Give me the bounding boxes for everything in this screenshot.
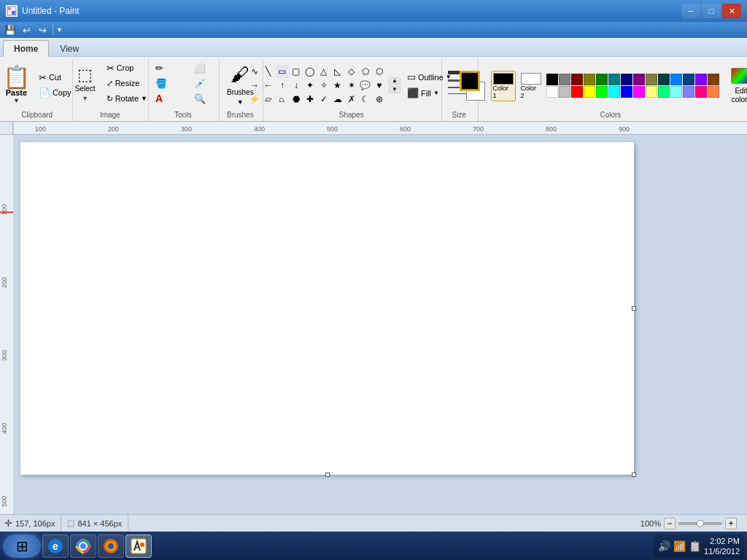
color-darkgreen[interactable] (596, 74, 608, 85)
color-red[interactable] (571, 86, 583, 98)
color-navy[interactable] (621, 74, 632, 85)
shape-arrow-up[interactable]: ↑ (276, 79, 289, 92)
shape-x[interactable]: ✗ (345, 93, 358, 106)
color-gray[interactable] (559, 74, 570, 85)
color-violet[interactable] (695, 74, 707, 85)
select-button[interactable]: ⬚ Select ▼ (69, 61, 101, 109)
color-periwinkle[interactable] (683, 86, 694, 98)
shape-octagon[interactable]: ⬣ (290, 93, 303, 106)
shape-star4[interactable]: ✧ (317, 79, 330, 92)
resize-handle-bottom-right[interactable] (632, 472, 636, 477)
resize-handle-bottom[interactable] (325, 472, 330, 477)
color-lightcyan[interactable] (670, 86, 682, 98)
shape-hexagon[interactable]: ⬡ (373, 65, 386, 78)
start-button[interactable]: ⊞ (3, 534, 41, 558)
color-hotpink[interactable] (695, 86, 707, 98)
color-darkred[interactable] (571, 74, 583, 85)
redo-button[interactable]: ↪ (35, 23, 50, 36)
color-lightgray[interactable] (559, 86, 570, 98)
canvas-scroll-area[interactable] (13, 135, 747, 514)
clock[interactable]: 2:02 PM 11/6/2012 (704, 536, 740, 557)
shape-star5[interactable]: ★ (331, 79, 344, 92)
paste-dropdown-arrow[interactable]: ▼ (13, 97, 20, 104)
color-darkcyan[interactable] (658, 74, 670, 85)
color2-button[interactable]: Color 2 (519, 71, 543, 101)
color-cyan[interactable] (608, 86, 620, 98)
shape-star6[interactable]: ✶ (345, 79, 358, 92)
tab-home[interactable]: Home (3, 40, 49, 57)
crop-button[interactable]: ✂ Crop (103, 61, 151, 75)
shape-arrow-left[interactable]: ← (262, 79, 275, 92)
drawing-canvas[interactable] (20, 142, 634, 475)
shapes-scroll-down[interactable]: ▼ (389, 86, 400, 93)
tab-view[interactable]: View (49, 40, 90, 56)
shape-diamond[interactable]: ◇ (345, 65, 358, 78)
color-white[interactable] (546, 86, 558, 98)
color-lime[interactable] (596, 86, 608, 98)
taskbar-firefox[interactable] (98, 534, 124, 558)
shape-heart[interactable]: ♥ (373, 79, 386, 92)
shape-crescent[interactable]: ☾ (359, 93, 372, 106)
shapes-scroll-up[interactable]: ▲ (389, 77, 400, 85)
shape-arrow-right[interactable]: → (248, 79, 261, 92)
zoom-slider[interactable] (678, 522, 722, 525)
resize-handle-right[interactable] (632, 306, 636, 311)
color-yellow[interactable] (584, 86, 595, 98)
color-olive[interactable] (584, 74, 595, 85)
color-springgreen[interactable] (658, 86, 670, 98)
color-teal[interactable] (608, 74, 620, 85)
minimize-button[interactable]: ─ (681, 4, 700, 18)
taskbar-ie[interactable]: e (42, 534, 69, 558)
cut-label: Cut (49, 73, 61, 82)
undo-button[interactable]: ↩ (19, 23, 34, 36)
shape-pentagon[interactable]: ⬠ (359, 65, 372, 78)
color-lightyellow[interactable] (646, 86, 657, 98)
shape-line[interactable]: ╲ (262, 65, 275, 78)
color-black[interactable] (546, 74, 558, 85)
color-orange[interactable] (708, 86, 719, 98)
color-purple[interactable] (633, 74, 645, 85)
network-icon[interactable]: 📶 (673, 540, 686, 552)
shape-triangle[interactable]: △ (317, 65, 330, 78)
save-button[interactable]: 💾 (3, 23, 18, 36)
shape-4arrow[interactable]: ✦ (303, 79, 317, 92)
text-button[interactable]: A (152, 91, 190, 106)
shape-right-triangle[interactable]: ◺ (331, 65, 344, 78)
shape-parallelogram[interactable]: ▱ (262, 93, 275, 106)
qa-dropdown-arrow[interactable]: ▼ (56, 26, 63, 34)
action-center-icon[interactable]: 📋 (689, 540, 701, 552)
shape-ellipse[interactable]: ◯ (303, 65, 317, 78)
color1-button[interactable]: Color 1 (491, 71, 516, 101)
volume-icon[interactable]: 🔊 (658, 540, 670, 552)
paste-button[interactable]: 📋 Paste ▼ (0, 64, 34, 106)
maximize-button[interactable]: □ (702, 4, 721, 18)
shape-lightning[interactable]: ⚡ (248, 93, 261, 106)
color-brown[interactable] (708, 74, 719, 85)
edit-colors-button[interactable]: Edit colors (722, 64, 747, 108)
rotate-button[interactable]: ↻ Rotate ▼ (103, 91, 151, 106)
color-darktan[interactable] (646, 74, 657, 85)
shape-freeform[interactable]: ∿ (248, 65, 261, 78)
shape-rounded-rect[interactable]: ▢ (290, 65, 303, 78)
shape-trapezoid[interactable]: ⏢ (276, 93, 289, 106)
pencil-button[interactable]: ✏ (152, 61, 190, 75)
color-azure[interactable] (670, 74, 682, 85)
shape-rectangle[interactable]: ▭ (276, 65, 289, 78)
shape-callout[interactable]: 💬 (359, 79, 372, 92)
shape-misc[interactable]: ⊛ (373, 93, 386, 106)
close-button[interactable]: ✕ (722, 4, 741, 18)
shape-check[interactable]: ✓ (317, 93, 330, 106)
taskbar-chrome[interactable] (70, 534, 96, 558)
color-magenta[interactable] (633, 86, 645, 98)
color-blue[interactable] (621, 86, 632, 98)
shape-arrow-down[interactable]: ↓ (290, 79, 303, 92)
shape-cloud[interactable]: ☁ (331, 93, 344, 106)
zoom-in-button[interactable]: + (725, 518, 737, 529)
shape-cross[interactable]: ✚ (303, 93, 317, 106)
taskbar-paint[interactable] (125, 534, 152, 558)
resize-button[interactable]: ⤢ Resize (103, 76, 151, 90)
fill-button[interactable]: 🪣 (152, 76, 190, 90)
select-dropdown[interactable]: ▼ (82, 95, 88, 102)
zoom-out-button[interactable]: − (664, 518, 676, 529)
color-darkblue[interactable] (683, 74, 694, 85)
